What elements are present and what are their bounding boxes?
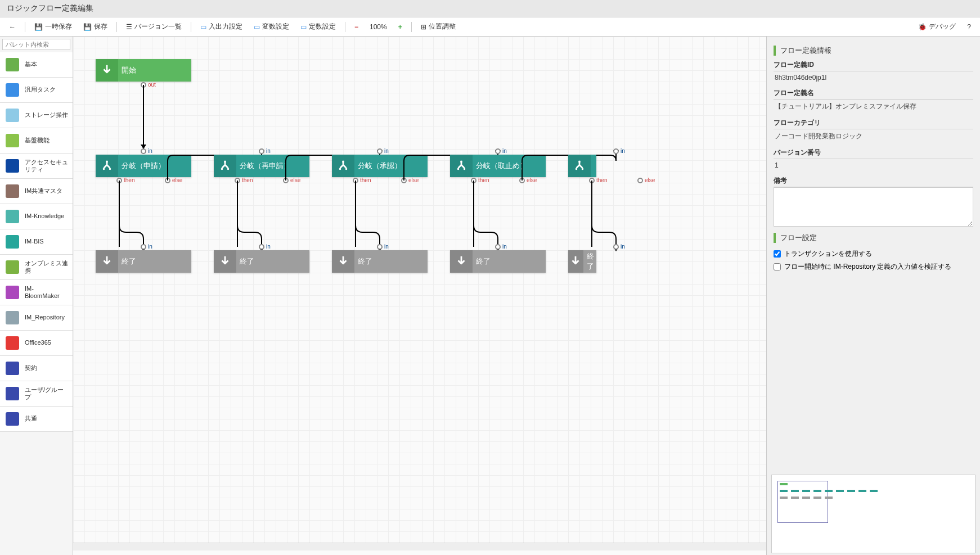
palette-item[interactable]: IM-BloomMaker [0,280,73,305]
palette-icon [5,209,20,224]
end-node[interactable]: 終了 [332,250,428,273]
palette-icon [5,158,20,174]
temp-save-button[interactable]: 💾一時保存 [30,20,77,34]
debug-button[interactable]: 🐞デバッグ [914,20,960,34]
zoom-out-button[interactable]: − [350,21,363,33]
palette-item[interactable]: ユーザ/グループ [0,381,73,407]
port[interactable] [495,244,501,250]
port[interactable] [377,148,383,154]
canvas-area[interactable]: 開始out分岐（申請）inthenelse終了in分岐（再申請）inthenel… [73,37,766,555]
port[interactable] [235,178,240,183]
port[interactable] [283,178,289,183]
node-icon [214,155,236,177]
toolbar: ← 💾一時保存 💾保存 ☰バージョン一覧 ▭入出力設定 ▭変数設定 ▭定数設定 … [0,17,980,37]
scrollbar[interactable] [73,543,766,551]
port-label: else [645,177,655,183]
port-label: else [408,177,419,183]
svg-point-22 [464,168,466,170]
palette-item[interactable]: 汎用タスク [0,78,73,103]
validate-check-label: フロー開始時に IM-Repository 定義の入力値を検証する [784,262,951,272]
port[interactable] [401,178,407,183]
palette-item[interactable]: 基盤機能 [0,128,73,154]
port[interactable] [519,178,525,183]
back-button[interactable]: ← [5,21,20,33]
transaction-check-label: トランザクションを使用する [784,249,872,259]
palette-item[interactable]: 契約 [0,356,73,381]
port[interactable] [495,148,501,154]
flow-name-value: 【チュートリアル】オンプレミスファイル保存 [774,100,973,114]
port[interactable] [141,244,146,250]
zoom-in-button[interactable]: + [394,21,407,33]
port-label: else [527,177,537,183]
end-node[interactable]: 終了 [450,250,546,273]
save-button[interactable]: 💾保存 [79,20,112,34]
node-label: 終了 [473,256,491,267]
palette-item[interactable]: IM共通マスタ [0,179,73,204]
palette-search-input[interactable] [2,39,70,50]
port[interactable] [613,244,619,250]
port[interactable] [116,178,122,183]
palette-item[interactable]: IM-BIS [0,229,73,255]
temp-save-label: 一時保存 [45,22,72,31]
node-icon [332,155,354,177]
port[interactable] [637,178,643,183]
var-settings-button[interactable]: ▭変数設定 [249,20,294,34]
palette-icon [5,133,20,148]
align-button[interactable]: ⊞位置調整 [416,20,460,34]
port[interactable] [141,82,146,88]
end-node[interactable]: 終了 [568,250,596,273]
separator [191,22,191,32]
validate-check[interactable]: フロー開始時に IM-Repository 定義の入力値を検証する [774,260,973,273]
version-list-label: バージョン一覧 [134,22,182,31]
page-title: ロジックフロー定義編集 [0,0,980,17]
node-icon [96,59,118,82]
palette-item-label: IM-BloomMaker [25,285,68,300]
transaction-check[interactable]: トランザクションを使用する [774,247,973,260]
branch-node[interactable]: 分岐（申請） [96,155,191,177]
port[interactable] [165,178,170,183]
palette-item[interactable]: アクセスセキュリティ [0,154,73,179]
palette-item[interactable]: ストレージ操作 [0,103,73,128]
zoom-level: 100% [365,21,392,33]
help-button[interactable]: ? [963,21,975,33]
branch-node[interactable]: 分岐（取止め） [450,155,546,177]
minus-icon: − [354,23,358,31]
palette-item[interactable]: 共通 [0,407,73,432]
end-node[interactable]: 終了 [96,250,191,273]
palette-item[interactable]: オンプレミス連携 [0,255,73,280]
branch-node[interactable]: 分岐（承認） [332,155,428,177]
port[interactable] [613,148,619,154]
port[interactable] [589,178,595,183]
port[interactable] [377,244,383,250]
port[interactable] [259,148,264,154]
palette-item[interactable]: IM-Knowledge [0,204,73,229]
palette-item[interactable]: IM_Repository [0,305,73,331]
debug-label: デバッグ [929,22,956,31]
palette-item[interactable]: Office365 [0,331,73,356]
port[interactable] [471,178,476,183]
palette-icon [5,57,20,73]
branch-node[interactable] [568,155,596,177]
node-icon [450,155,473,177]
branch-node[interactable]: 分岐（再申請） [214,155,309,177]
version-list-button[interactable]: ☰バージョン一覧 [122,20,186,34]
port[interactable] [141,148,146,154]
io-settings-label: 入出力設定 [209,22,242,31]
minimap[interactable] [771,475,975,553]
end-node[interactable]: 終了 [214,250,309,273]
const-settings-button[interactable]: ▭定数設定 [296,20,340,34]
svg-point-20 [460,161,462,163]
start-node[interactable]: 開始 [96,59,191,82]
palette-item-label: Office365 [25,339,51,346]
palette-item-label: 基盤機能 [25,137,50,144]
palette-item-label: 汎用タスク [25,86,56,93]
io-settings-button[interactable]: ▭入出力設定 [196,20,247,34]
port[interactable] [259,244,264,250]
palette-item[interactable]: 基本 [0,52,73,78]
port[interactable] [353,178,358,183]
port-label: else [290,177,300,183]
help-icon: ? [967,23,971,31]
notes-textarea[interactable] [774,187,973,227]
palette-item-label: IM-BIS [25,238,44,245]
port-label: in [621,243,625,250]
